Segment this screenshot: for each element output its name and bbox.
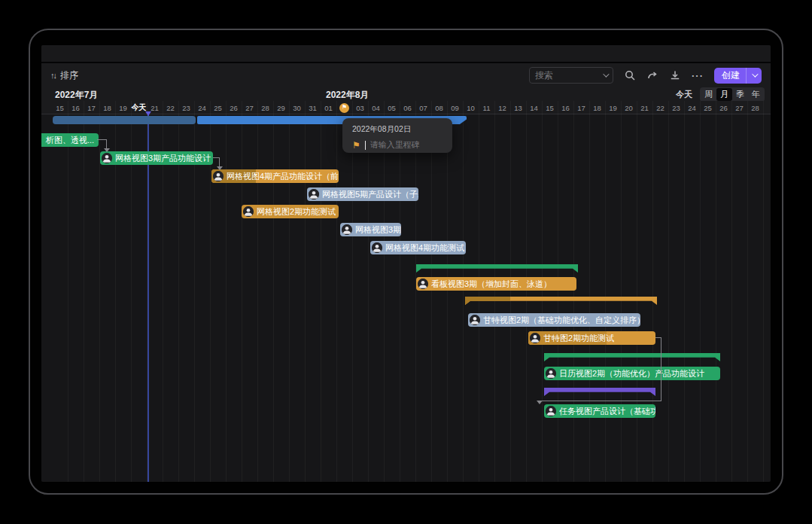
create-dropdown[interactable] xyxy=(747,73,762,78)
task-bar[interactable]: 析图、透视... xyxy=(41,133,99,147)
task-label: 任务视图产品设计（基础功能） xyxy=(559,406,655,417)
date-cell[interactable]: 28 xyxy=(258,101,274,114)
date-cell[interactable]: 15 xyxy=(53,101,68,114)
view-mode-月[interactable]: 月 xyxy=(716,88,732,101)
upload-icon[interactable] xyxy=(646,69,658,81)
date-cell[interactable]: 03 xyxy=(353,101,369,114)
date-cell[interactable]: 10 xyxy=(464,101,479,114)
date-cell[interactable]: 26 xyxy=(716,101,732,114)
milestone-flag-icon[interactable]: ⚑ xyxy=(339,103,349,113)
toolbar: ↑↓ 排序 搜索 xyxy=(41,63,771,87)
more-icon[interactable]: ··· xyxy=(692,70,704,81)
task-bar[interactable] xyxy=(53,116,196,124)
grid-column xyxy=(385,114,400,482)
date-cell[interactable]: 16 xyxy=(558,101,574,114)
date-cell[interactable]: 11 xyxy=(479,101,495,114)
dependency-connector xyxy=(219,157,220,166)
date-cell[interactable]: 06 xyxy=(400,101,416,114)
date-cell[interactable]: 18 xyxy=(590,101,606,114)
task-bar[interactable]: 网格视图2期功能测试 xyxy=(242,205,339,218)
date-cell[interactable]: 20 xyxy=(622,101,637,114)
create-button[interactable]: 创建 xyxy=(714,68,762,84)
date-cell[interactable]: 19 xyxy=(606,101,622,114)
task-label: 网格视图2期功能测试 xyxy=(257,206,339,218)
grid-column xyxy=(448,114,464,482)
task-bar[interactable]: 网格视图3期功... xyxy=(340,223,401,236)
date-cell[interactable]: 26 xyxy=(227,101,242,114)
month-header-row: 今天 周月季年 2022年7月2022年8月 xyxy=(41,87,771,101)
date-cell[interactable]: 16 xyxy=(68,101,84,114)
task-bar[interactable]: 任务视图产品设计（基础功能） xyxy=(544,404,655,418)
date-cell[interactable]: 15 xyxy=(543,101,558,114)
date-cell[interactable]: 24 xyxy=(195,101,211,114)
date-cell[interactable]: 27 xyxy=(732,101,748,114)
date-cell[interactable]: 21 xyxy=(637,101,653,114)
date-cell[interactable]: 18 xyxy=(100,101,116,114)
date-cell[interactable]: 29 xyxy=(274,101,290,114)
date-cell[interactable]: 12 xyxy=(495,101,511,114)
chevron-down-icon[interactable] xyxy=(603,71,609,77)
date-cell[interactable]: ⚑ xyxy=(337,101,353,114)
task-bar[interactable]: 网格视图5期产品设计（子表组... xyxy=(307,187,418,201)
milestone-input[interactable]: 请输入里程碑 xyxy=(370,139,420,151)
grid-column xyxy=(132,114,147,482)
text-caret xyxy=(365,141,366,150)
grid-column xyxy=(353,114,369,482)
date-cell[interactable]: 25 xyxy=(701,101,716,114)
task-bar[interactable]: 甘特图2期功能测试 xyxy=(528,331,655,345)
avatar-icon xyxy=(470,315,480,325)
download-icon[interactable] xyxy=(669,69,681,81)
today-button[interactable]: 今天 xyxy=(676,89,692,100)
grid-column xyxy=(116,114,132,482)
task-bar[interactable]: 网格视图4期产品功能设计（前台字段... xyxy=(211,169,339,183)
date-cell[interactable]: 27 xyxy=(242,101,258,114)
view-mode-季[interactable]: 季 xyxy=(732,88,748,101)
sort-button[interactable]: ↑↓ 排序 xyxy=(50,69,78,82)
date-cell[interactable]: 07 xyxy=(416,101,432,114)
avatar-icon xyxy=(546,368,556,379)
date-cell[interactable]: 01 xyxy=(321,101,337,114)
task-label: 网格视图3期功... xyxy=(355,224,401,236)
date-cell[interactable]: 30 xyxy=(290,101,306,114)
date-cell[interactable]: 23 xyxy=(179,101,195,114)
date-cell[interactable]: 05 xyxy=(385,101,400,114)
date-cell[interactable]: 19 xyxy=(116,101,132,114)
grid-column xyxy=(685,114,701,482)
date-cell[interactable]: 14 xyxy=(527,101,543,114)
date-cell[interactable]: 25 xyxy=(211,101,227,114)
date-cell[interactable]: 31 xyxy=(306,101,321,114)
grid-column xyxy=(369,114,385,482)
today-marker-icon xyxy=(145,111,151,119)
search-input[interactable]: 搜索 xyxy=(529,67,613,84)
grid-column xyxy=(701,114,716,482)
grid-column xyxy=(53,114,68,482)
gantt-area: 今天 周月季年 2022年7月2022年8月 1516171819今天21222… xyxy=(41,87,771,482)
grid-column xyxy=(68,114,84,482)
month-label: 2022年7月 xyxy=(55,89,98,102)
task-label: 看板视图3期（增加封面、泳道） xyxy=(431,279,556,290)
task-bar[interactable]: 甘特视图2期（基础功能优化、自定义排序） xyxy=(468,313,640,327)
date-cell[interactable]: 23 xyxy=(669,101,685,114)
search-icon[interactable] xyxy=(624,69,636,81)
view-mode-年[interactable]: 年 xyxy=(748,88,764,101)
date-cell[interactable]: 09 xyxy=(448,101,464,114)
flag-icon: ⚑ xyxy=(352,141,360,150)
date-cell[interactable]: 22 xyxy=(163,101,179,114)
task-bar[interactable]: 网格视图4期功能测试 xyxy=(370,241,466,254)
task-label: 网格视图4期功能测试 xyxy=(385,242,466,254)
date-cell[interactable]: 24 xyxy=(685,101,701,114)
date-cell[interactable]: 08 xyxy=(432,101,448,114)
date-cell[interactable]: 22 xyxy=(653,101,669,114)
view-mode-周[interactable]: 周 xyxy=(701,88,716,101)
date-cell[interactable]: 17 xyxy=(574,101,590,114)
task-bar[interactable]: 网格视图3期产品功能设计（侧... xyxy=(100,151,213,165)
month-label: 2022年8月 xyxy=(326,89,369,102)
date-cell[interactable]: 04 xyxy=(369,101,385,114)
view-mode-switcher: 周月季年 xyxy=(700,87,765,102)
app-window: ↑↓ 排序 搜索 xyxy=(41,45,771,482)
date-cell[interactable]: 28 xyxy=(748,101,764,114)
date-cell[interactable]: 17 xyxy=(84,101,100,114)
date-cell[interactable]: 13 xyxy=(511,101,527,114)
task-bar[interactable]: 日历视图2期（功能优化）产品功能设计 xyxy=(544,367,720,380)
task-bar[interactable]: 看板视图3期（增加封面、泳道） xyxy=(416,277,576,291)
